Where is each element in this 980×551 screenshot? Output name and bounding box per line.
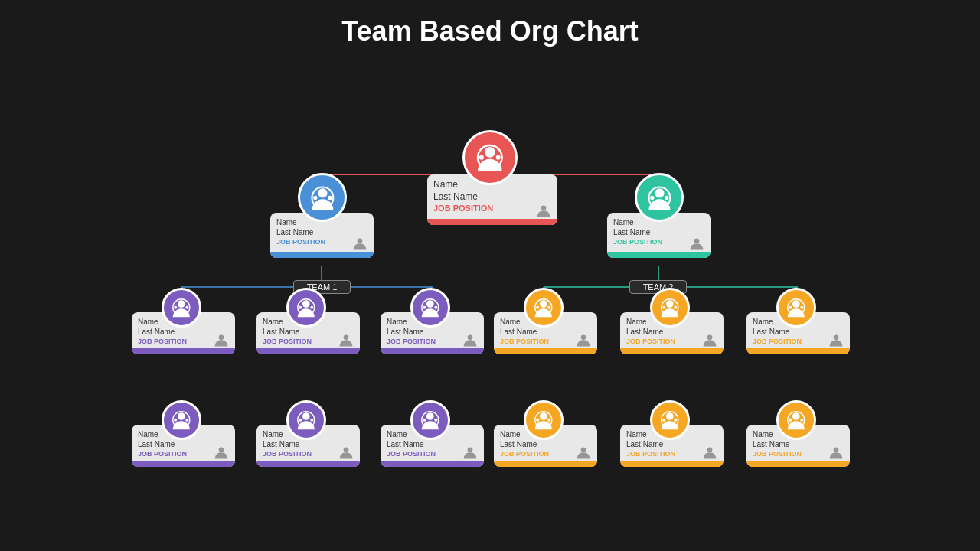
team2-r1-m2-avatar xyxy=(650,288,690,328)
svg-point-20 xyxy=(318,188,327,197)
svg-point-48 xyxy=(548,306,551,309)
svg-point-74 xyxy=(581,448,586,453)
team2-r2-m1-avatar xyxy=(524,400,564,440)
svg-point-72 xyxy=(423,419,426,422)
svg-point-54 xyxy=(834,335,839,341)
svg-point-33 xyxy=(186,306,189,309)
svg-point-29 xyxy=(219,335,224,341)
svg-point-47 xyxy=(536,306,539,309)
ceo-job: JOB POSITION xyxy=(433,204,551,213)
svg-point-15 xyxy=(485,147,495,158)
team1-r1-m1-avatar xyxy=(162,288,201,328)
svg-point-17 xyxy=(479,155,484,160)
svg-point-24 xyxy=(694,239,700,244)
svg-point-69 xyxy=(468,448,473,453)
svg-point-34 xyxy=(344,335,349,341)
org-chart: NameLast Name JOB POSITION NameLast Name… xyxy=(0,61,980,551)
svg-point-67 xyxy=(299,419,302,422)
svg-point-50 xyxy=(666,300,674,308)
svg-point-84 xyxy=(834,448,839,453)
svg-point-62 xyxy=(174,419,177,422)
svg-point-32 xyxy=(174,306,177,309)
svg-point-70 xyxy=(426,412,434,420)
page-title: Team Based Org Chart xyxy=(0,0,980,47)
svg-point-87 xyxy=(789,419,792,422)
left-manager-avatar xyxy=(298,173,347,222)
svg-point-35 xyxy=(302,300,310,308)
team2-r2-m2-avatar xyxy=(650,400,690,440)
svg-point-77 xyxy=(536,419,539,422)
svg-point-88 xyxy=(801,419,804,422)
svg-point-40 xyxy=(426,300,434,308)
svg-point-30 xyxy=(178,300,185,308)
svg-point-27 xyxy=(650,195,654,199)
svg-point-52 xyxy=(662,306,665,309)
team2-r1-m1-avatar xyxy=(524,288,564,328)
svg-point-65 xyxy=(302,412,310,420)
right-manager-avatar xyxy=(635,173,684,222)
svg-point-38 xyxy=(311,306,314,309)
svg-point-82 xyxy=(662,419,665,422)
svg-point-43 xyxy=(435,306,438,309)
team2-r2-m3-avatar xyxy=(776,400,816,440)
svg-point-59 xyxy=(219,448,224,453)
team1-r2-m3-avatar xyxy=(410,400,450,440)
svg-point-63 xyxy=(186,419,189,422)
svg-point-28 xyxy=(665,195,668,199)
team1-r2-m1-avatar xyxy=(162,400,201,440)
svg-point-73 xyxy=(435,419,438,422)
svg-point-37 xyxy=(299,306,302,309)
svg-point-55 xyxy=(792,300,800,308)
svg-point-58 xyxy=(801,306,804,309)
svg-point-64 xyxy=(344,448,349,453)
team2-r1-m3-avatar xyxy=(776,288,816,328)
svg-point-68 xyxy=(311,419,314,422)
svg-point-25 xyxy=(655,188,664,197)
svg-point-83 xyxy=(675,419,678,422)
svg-point-44 xyxy=(581,335,586,341)
svg-point-22 xyxy=(313,195,317,199)
svg-point-45 xyxy=(540,300,547,308)
team1-r2-m2-avatar xyxy=(286,400,326,440)
svg-point-19 xyxy=(358,239,363,244)
svg-point-39 xyxy=(468,335,473,341)
svg-point-60 xyxy=(178,412,185,420)
svg-point-23 xyxy=(328,195,332,199)
svg-point-42 xyxy=(423,306,426,309)
svg-point-78 xyxy=(548,419,551,422)
svg-point-53 xyxy=(675,306,678,309)
team1-r1-m3-avatar xyxy=(410,288,450,328)
svg-point-14 xyxy=(541,206,547,211)
svg-point-80 xyxy=(666,412,674,420)
team1-r1-m2-avatar xyxy=(286,288,326,328)
svg-point-49 xyxy=(707,335,713,341)
svg-point-79 xyxy=(707,448,713,453)
ceo-avatar xyxy=(462,130,518,185)
svg-point-85 xyxy=(792,412,800,420)
svg-point-57 xyxy=(789,306,792,309)
svg-point-75 xyxy=(540,412,547,420)
svg-point-18 xyxy=(496,155,501,160)
